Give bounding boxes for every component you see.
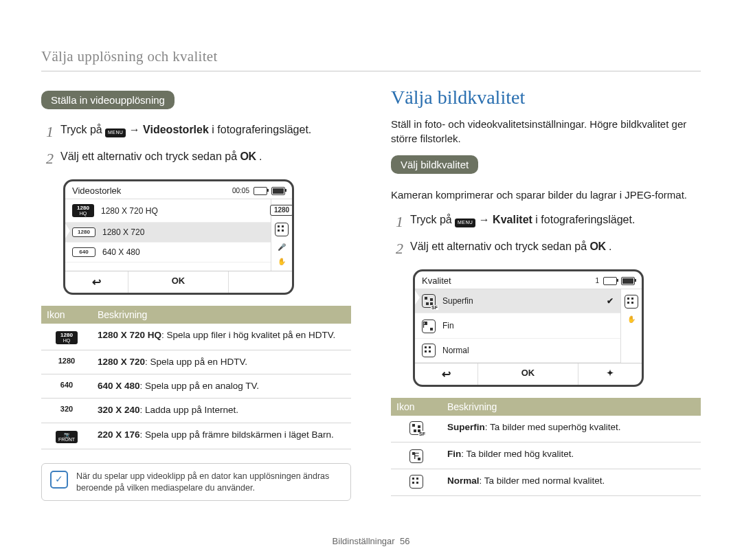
right-column: Välja bildkvalitet Ställ in foto- och vi… bbox=[391, 91, 701, 501]
list-item-label: Fin bbox=[442, 321, 454, 331]
memory-icon bbox=[254, 187, 267, 195]
footer-section: Bildinställningar bbox=[333, 536, 395, 546]
screen-sidebar-icons: ✋ bbox=[621, 289, 642, 363]
check-icon: ✔ bbox=[607, 296, 614, 306]
memory-icon bbox=[603, 277, 617, 285]
arrow-text: → bbox=[479, 214, 493, 225]
table-row: 640 640 X 480: Spela upp på en analog TV… bbox=[41, 374, 351, 399]
footer-page-number: 56 bbox=[400, 536, 409, 546]
quality-icon bbox=[422, 344, 436, 357]
camera-screen: Kvalitet 1 SF Superfin ✔ bbox=[413, 269, 644, 387]
step-text: i fotograferingsläget. bbox=[535, 214, 635, 225]
sidebar-res-icon: 1280 bbox=[270, 205, 293, 216]
table-row: 1280 1280 X 720: Spela upp på en HDTV. bbox=[41, 350, 351, 374]
flash-icon bbox=[607, 368, 614, 378]
subheading-pill: Välj bildkvalitet bbox=[391, 155, 478, 174]
step-bold: Kvalitet bbox=[493, 214, 532, 225]
section-title: Välja bildkvalitet bbox=[391, 87, 701, 109]
paragraph: Kameran komprimerar och sparar bilder du… bbox=[391, 188, 701, 202]
table-row: SF Superfin: Ta bilder med superhög kval… bbox=[391, 416, 701, 443]
page-footer: Bildinställningar 56 bbox=[0, 536, 742, 546]
step-text: Tryck på bbox=[60, 124, 105, 135]
table-row: Normal: Ta bilder med normal kvalitet. bbox=[391, 469, 701, 496]
table-row: 1280HQ 1280 X 720 HQ: Spela upp filer i … bbox=[41, 324, 351, 350]
back-arrow-icon bbox=[442, 370, 451, 380]
fine-icon: F bbox=[409, 449, 423, 463]
note-text: När du spelar upp videoklipp på en dator… bbox=[76, 471, 342, 494]
battery-icon bbox=[621, 277, 635, 285]
list-item-label: Superfin bbox=[442, 296, 473, 306]
step-number: 2 bbox=[41, 147, 54, 170]
step-text: i fotograferingsläget. bbox=[212, 124, 311, 135]
table-header-icon: Ikon bbox=[41, 306, 92, 324]
list-item-label: Normal bbox=[442, 346, 469, 355]
step-text: . bbox=[609, 240, 611, 252]
battery-icon bbox=[271, 187, 285, 195]
quality-icon bbox=[625, 295, 638, 309]
screen-sidebar-icons: 1280 🎤 ✋ bbox=[271, 199, 292, 271]
menu-icon: MENU bbox=[105, 128, 126, 137]
ok-icon: OK bbox=[589, 240, 605, 252]
resolution-badge: 1280 bbox=[72, 227, 95, 237]
table-row: 📷FRONT 220 X 176: Spela upp på främre bi… bbox=[41, 423, 351, 449]
step-text: . bbox=[259, 150, 262, 162]
step-text: Välj ett alternativ och tryck sedan på bbox=[60, 150, 240, 162]
video-size-table: Ikon Beskrivning 1280HQ 1280 X 720 HQ: S… bbox=[41, 306, 351, 449]
flash-button[interactable] bbox=[578, 363, 642, 385]
list-item-label: 1280 X 720 HQ bbox=[101, 206, 158, 216]
ok-icon: OK bbox=[240, 150, 256, 162]
resolution-badge: 1280 HQ bbox=[72, 204, 94, 217]
step-text: Tryck på bbox=[410, 214, 455, 225]
step-2: 2 Välj ett alternativ och tryck sedan på… bbox=[41, 148, 351, 170]
step-1: 1 Tryck på MENU → Videostorlek i fotogra… bbox=[41, 122, 351, 143]
quality-icon: SF bbox=[422, 294, 436, 308]
list-item-label: 640 X 480 bbox=[102, 247, 140, 257]
superfine-icon: SF bbox=[409, 421, 423, 435]
table-header-desc: Beskrivning bbox=[442, 398, 701, 416]
menu-icon: MENU bbox=[455, 219, 475, 227]
ois-icon: ✋ bbox=[278, 258, 286, 265]
screen-title: Kvalitet bbox=[422, 276, 451, 286]
left-column: Ställa in videoupplösning 1 Tryck på MEN… bbox=[41, 91, 351, 501]
arrow-text: → bbox=[129, 124, 143, 135]
ois-icon: ✋ bbox=[627, 315, 636, 323]
note-icon: ✓ bbox=[50, 471, 68, 489]
screen-title: Videostorlek bbox=[72, 186, 121, 196]
step-list: 1 Tryck på MENU → Kvalitet i fotograferi… bbox=[391, 212, 701, 260]
step-list: 1 Tryck på MENU → Videostorlek i fotogra… bbox=[41, 122, 351, 170]
two-column-layout: Ställa in videoupplösning 1 Tryck på MEN… bbox=[41, 91, 701, 501]
screen-time: 00:05 bbox=[232, 187, 249, 194]
step-bold: Videostorlek bbox=[143, 124, 209, 135]
running-head: Välja upplösning och kvalitet bbox=[41, 48, 701, 71]
table-row: F Fin: Ta bilder med hög kvalitet. bbox=[391, 443, 701, 469]
quality-table: Ikon Beskrivning SF Superfin: Ta bilder … bbox=[391, 398, 701, 496]
quality-icon: F bbox=[422, 318, 436, 333]
step-number: 2 bbox=[391, 237, 403, 260]
intro-paragraph: Ställ in foto- och videokvalitetsinställ… bbox=[391, 117, 701, 146]
quality-icon bbox=[275, 223, 289, 236]
back-button[interactable] bbox=[65, 271, 128, 293]
table-header-icon: Ikon bbox=[391, 398, 442, 416]
step-2: 2 Välj ett alternativ och tryck sedan på… bbox=[391, 238, 701, 260]
table-header-desc: Beskrivning bbox=[92, 306, 351, 324]
blank-button bbox=[229, 271, 292, 293]
note-box: ✓ När du spelar upp videoklipp på en dat… bbox=[41, 463, 351, 502]
back-arrow-icon bbox=[92, 278, 101, 288]
step-number: 1 bbox=[391, 210, 403, 233]
subheading-pill: Ställa in videoupplösning bbox=[41, 91, 175, 109]
step-number: 1 bbox=[41, 120, 54, 143]
table-row: 320 320 X 240: Ladda upp på Internet. bbox=[41, 399, 351, 423]
count: 1 bbox=[595, 277, 599, 284]
list-item-label: 1280 X 720 bbox=[102, 227, 144, 237]
back-button[interactable] bbox=[415, 363, 478, 385]
ok-button[interactable]: OK bbox=[128, 271, 229, 293]
step-1: 1 Tryck på MENU → Kvalitet i fotograferi… bbox=[391, 212, 701, 233]
page: Välja upplösning och kvalitet Ställa in … bbox=[0, 0, 742, 560]
resolution-badge: 640 bbox=[72, 247, 95, 257]
normal-icon bbox=[409, 475, 423, 489]
mic-icon: 🎤 bbox=[278, 243, 286, 251]
ok-button[interactable]: OK bbox=[478, 363, 579, 385]
camera-screen: Videostorlek 00:05 1280 HQ bbox=[63, 179, 294, 295]
step-text: Välj ett alternativ och tryck sedan på bbox=[410, 240, 589, 252]
